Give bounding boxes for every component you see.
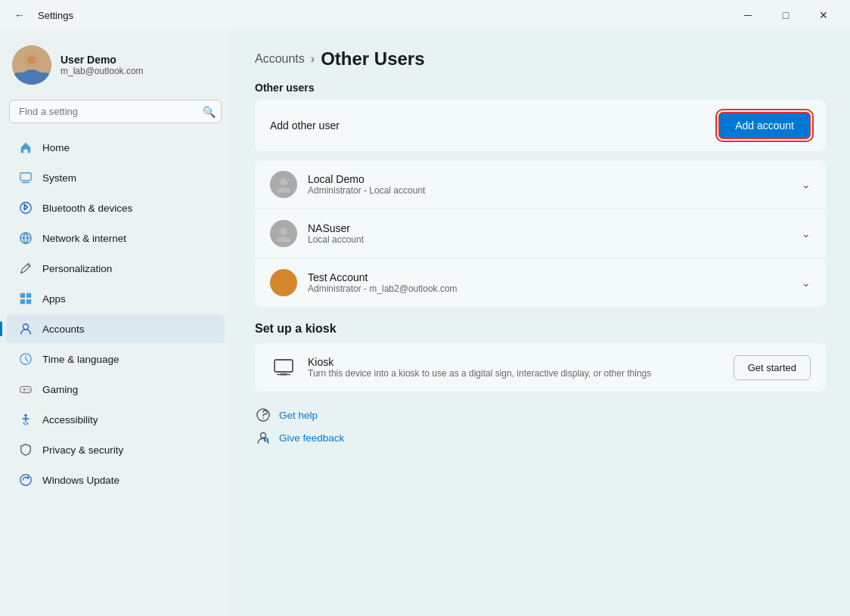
- svg-point-36: [262, 418, 264, 419]
- svg-rect-13: [26, 293, 31, 298]
- sidebar-item-update[interactable]: Windows Update: [6, 466, 225, 494]
- sidebar-item-label-accessibility: Accessibility: [42, 414, 98, 426]
- svg-point-5: [27, 55, 36, 64]
- user-row-name: NASuser: [308, 222, 364, 234]
- user-row-info: Test Account Administrator - m_lab2@outl…: [308, 271, 458, 294]
- svg-rect-12: [20, 293, 25, 298]
- sidebar-item-label-system: System: [42, 172, 76, 184]
- sidebar-item-accessibility[interactable]: Accessibility: [6, 405, 225, 434]
- accessibility-icon: [18, 412, 33, 427]
- svg-point-37: [261, 433, 266, 438]
- avatar: [12, 45, 51, 85]
- sidebar: User Demo m_lab@outlook.com 🔍 Home Syste…: [0, 30, 231, 616]
- user-row-nasuser[interactable]: NASuser Local account ⌄: [255, 209, 826, 258]
- maximize-button[interactable]: □: [768, 3, 803, 27]
- give-feedback-label: Give feedback: [279, 432, 344, 444]
- sidebar-item-accounts[interactable]: Accounts: [6, 314, 225, 343]
- username: User Demo: [60, 54, 144, 66]
- back-button[interactable]: ←: [9, 5, 30, 26]
- svg-rect-32: [275, 360, 293, 372]
- get-help-link[interactable]: Get help: [255, 407, 826, 423]
- titlebar-left: ← Settings: [9, 5, 73, 26]
- sidebar-item-time[interactable]: Time & language: [6, 345, 225, 373]
- accounts-icon: [18, 321, 33, 336]
- user-row-name: Local Demo: [308, 173, 425, 185]
- sidebar-item-label-accounts: Accounts: [42, 323, 85, 335]
- sidebar-item-label-update: Windows Update: [42, 475, 119, 486]
- update-icon: [18, 472, 33, 488]
- breadcrumb-parent[interactable]: Accounts: [255, 52, 305, 66]
- svg-point-28: [280, 228, 287, 235]
- svg-point-27: [277, 187, 290, 193]
- help-icon: [255, 407, 271, 423]
- minimize-button[interactable]: ─: [731, 3, 765, 27]
- user-email: m_lab@outlook.com: [60, 66, 144, 76]
- user-row-left: Test Account Administrator - m_lab2@outl…: [270, 269, 458, 296]
- user-row-info: NASuser Local account: [308, 222, 364, 245]
- user-row-left: NASuser Local account: [270, 220, 364, 247]
- svg-point-22: [29, 389, 30, 391]
- home-icon: [18, 140, 33, 155]
- sidebar-item-label-privacy: Privacy & security: [42, 444, 123, 456]
- sidebar-item-home[interactable]: Home: [6, 133, 225, 162]
- sidebar-item-label-bluetooth: Bluetooth & devices: [42, 203, 132, 214]
- user-row-local-demo[interactable]: Local Demo Administrator - Local account…: [255, 160, 826, 209]
- sidebar-item-label-personalization: Personalization: [42, 263, 112, 274]
- bluetooth-icon: [18, 200, 33, 215]
- kiosk-left: Kiosk Turn this device into a kiosk to u…: [270, 354, 651, 381]
- svg-point-30: [280, 277, 287, 284]
- privacy-icon: [18, 442, 33, 457]
- svg-point-31: [277, 286, 290, 291]
- give-feedback-link[interactable]: Give feedback: [255, 429, 826, 446]
- time-icon: [18, 351, 33, 367]
- footer-links: Get help Give feedback: [255, 407, 826, 446]
- search-input[interactable]: [9, 100, 222, 123]
- sidebar-item-gaming[interactable]: Gaming: [6, 375, 225, 404]
- search-box: 🔍: [9, 100, 222, 123]
- chevron-down-icon: ⌄: [802, 228, 811, 240]
- svg-rect-14: [20, 299, 25, 304]
- user-row-subtitle: Local account: [308, 234, 364, 245]
- sidebar-item-bluetooth[interactable]: Bluetooth & devices: [6, 193, 225, 222]
- user-profile: User Demo m_lab@outlook.com: [0, 36, 231, 97]
- breadcrumb-separator: ›: [311, 52, 315, 66]
- add-user-row: Add other user Add account: [255, 100, 826, 151]
- svg-point-10: [20, 203, 31, 213]
- sidebar-item-label-apps: Apps: [42, 293, 66, 305]
- sidebar-item-apps[interactable]: Apps: [6, 284, 225, 313]
- sidebar-item-network[interactable]: Network & internet: [6, 224, 225, 252]
- user-avatar-local-demo: [270, 171, 297, 198]
- user-row-subtitle: Administrator - Local account: [308, 185, 425, 196]
- user-avatar-nasuser: [270, 220, 297, 247]
- app-body: User Demo m_lab@outlook.com 🔍 Home Syste…: [0, 30, 850, 616]
- apps-icon: [18, 291, 33, 306]
- add-user-label: Add other user: [270, 119, 340, 132]
- kiosk-title: Kiosk: [308, 356, 651, 368]
- user-row-subtitle: Administrator - m_lab2@outlook.com: [308, 283, 458, 294]
- network-icon: [18, 231, 33, 246]
- svg-point-40: [266, 441, 267, 442]
- close-button[interactable]: ✕: [806, 3, 841, 27]
- titlebar-controls: ─ □ ✕: [731, 3, 841, 27]
- feedback-icon: [255, 429, 271, 446]
- sidebar-item-label-gaming: Gaming: [42, 384, 78, 395]
- kiosk-section-title: Set up a kiosk: [255, 322, 826, 336]
- get-started-button[interactable]: Get started: [734, 355, 811, 380]
- sidebar-item-label-network: Network & internet: [42, 233, 126, 244]
- sidebar-item-privacy[interactable]: Privacy & security: [6, 435, 225, 464]
- svg-point-29: [277, 237, 290, 242]
- user-row-test-account[interactable]: Test Account Administrator - m_lab2@outl…: [255, 258, 826, 307]
- kiosk-desc: Turn this device into a kiosk to use as …: [308, 368, 651, 379]
- user-row-name: Test Account: [308, 271, 458, 283]
- svg-point-26: [280, 178, 287, 186]
- user-info: User Demo m_lab@outlook.com: [60, 54, 144, 76]
- other-users-section-title: Other users: [255, 82, 826, 94]
- sidebar-item-personalization[interactable]: Personalization: [6, 254, 225, 283]
- svg-rect-7: [20, 173, 31, 181]
- user-row-left: Local Demo Administrator - Local account: [270, 171, 425, 198]
- add-account-button[interactable]: Add account: [718, 112, 811, 139]
- titlebar: ← Settings ─ □ ✕: [0, 0, 850, 30]
- svg-point-16: [23, 324, 28, 330]
- get-help-label: Get help: [279, 410, 318, 421]
- sidebar-item-system[interactable]: System: [6, 163, 225, 192]
